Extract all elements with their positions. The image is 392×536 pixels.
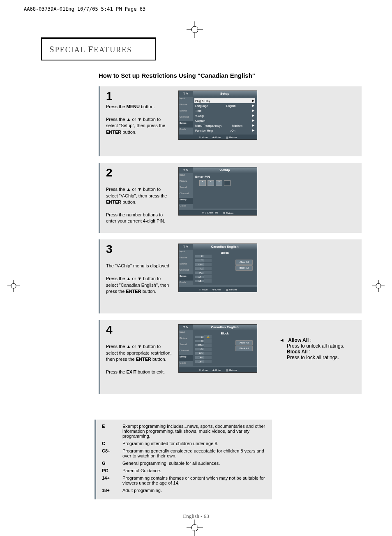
allow-all-button[interactable]: Allow All [235,340,253,346]
setup-language[interactable]: Language: English▶ [195,103,254,108]
crop-mark-right [372,280,385,292]
setup-caption[interactable]: Caption▶ [195,118,254,123]
step-1-text: Press the MENU button. Press the ▲ or ▼ … [106,104,172,135]
block-all-button[interactable]: Block All [235,265,253,271]
section-title-box: SPECIAL FEATURES [41,37,156,60]
lock-icon[interactable]: 🔒 [204,335,212,339]
svg-point-4 [191,26,198,33]
setup-transparency[interactable]: Menu Transparency :Medium▶ [195,123,254,128]
crop-mark-bottom [187,520,203,536]
svg-point-14 [11,283,16,288]
tv-setup-screen: T VSetup InputPictureSoundChannelSetupGu… [178,90,257,140]
page-number: English - 63 [0,513,392,520]
setup-vchip[interactable]: V-Chip▶ [195,113,254,118]
crop-mark-top [187,21,203,38]
triangle-left-icon: ◄ [279,337,284,343]
tv-sidebar: InputPictureSoundChannelSetupGuide [179,97,193,135]
step-4-text: Press the ▲ or ▼ button to select the ap… [106,337,172,375]
step-2-text: Press the ▲ or ▼ button to select "V-Chi… [106,180,172,225]
side-note: ◄ Allow All : Press to unlock all rating… [279,337,386,360]
rating-definitions: EExempt programming includes...news, spo… [95,420,272,499]
step-3: 3 The "V-Chip" menu is displayed. Press … [99,239,362,313]
doc-header: AA68-03739A-01Eng 10/7/05 5:41 PM Page 6… [24,6,145,12]
page-subtitle: How to Set up Restrictions Using "Canadi… [99,72,362,79]
svg-point-19 [376,283,381,288]
svg-point-9 [191,524,198,531]
tv-canadian-screen-1: T VCanadian English InputPictureSoundCha… [178,244,257,292]
step-3-text: The "V-Chip" menu is displayed. Press th… [106,257,172,295]
crop-mark-left [7,280,20,292]
block-all-button[interactable]: Block All [235,346,253,351]
tv-vchip-pin-screen: T VV-Chip InputPictureSoundChannelSetupG… [178,167,257,216]
tv-canadian-screen-2: T VCanadian English InputPictureSoundCha… [178,324,257,373]
step-1: 1 Press the MENU button. Press the ▲ or … [99,86,362,156]
section-title: SPECIAL FEATURES [49,44,132,55]
allow-all-button[interactable]: Allow All [235,260,253,265]
setup-function-help[interactable]: Function Help: On▶ [195,128,254,133]
setup-time[interactable]: Time▶ [195,108,254,113]
step-2: 2 Press the ▲ or ▼ button to select "V-C… [99,163,362,233]
setup-plug-play[interactable]: Plug & Play▶ [194,98,255,103]
pin-entry[interactable]: *** [199,180,254,186]
